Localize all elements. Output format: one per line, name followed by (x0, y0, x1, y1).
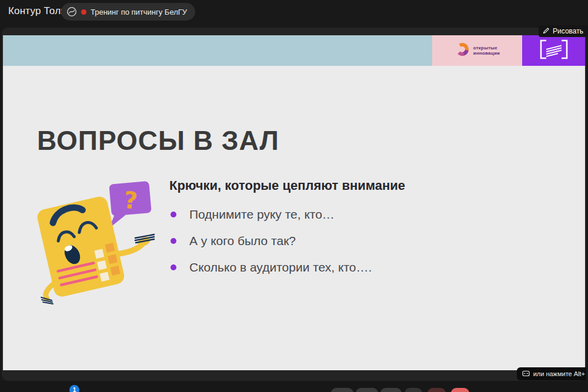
bullet-dot-icon (171, 264, 176, 270)
bullet-dot-icon (171, 212, 176, 217)
room-icon (66, 6, 77, 17)
top-bar: Контур Толк Тренинг по питчингу БелГУ (0, 0, 588, 27)
app-brand: Контур Толк (8, 5, 65, 17)
open-innovations-wordmark: открытые инновации (473, 45, 500, 56)
notification-badge[interactable]: 1 (69, 385, 79, 392)
bottom-toolbar (0, 381, 588, 392)
toolbar-button[interactable] (405, 388, 422, 392)
bullet-item: Сколько в аудитории тех, кто…. (171, 259, 372, 276)
open-innovations-icon (455, 42, 470, 59)
keyboard-shortcut-icon (522, 370, 530, 378)
room-title: Тренинг по питчингу БелГУ (91, 8, 187, 16)
leave-call-button[interactable] (451, 388, 469, 392)
pencil-icon (543, 27, 550, 36)
bullet-dot-icon (171, 238, 176, 244)
brackets-logo-icon (537, 38, 571, 63)
open-innovations-logo: открытые инновации (432, 35, 522, 66)
shortcut-hint: или нажмите Alt+ (517, 367, 586, 380)
toolbar-button[interactable] (356, 388, 378, 392)
slide-bullet-list: Поднимите руку те, кто… А у кого было та… (171, 206, 372, 286)
recording-indicator-icon (81, 9, 86, 15)
shortcut-hint-label: или нажмите Alt+ (533, 370, 585, 377)
bullet-item: А у кого было так? (171, 233, 372, 249)
toolbar-button[interactable] (331, 388, 353, 392)
paper-character-illustration: ? (24, 178, 162, 307)
app-window: Контур Толк Тренинг по питчингу БелГУ Ри… (0, 0, 588, 392)
room-pill[interactable]: Тренинг по питчингу БелГУ (61, 3, 195, 21)
bullet-item: Поднимите руку те, кто… (171, 206, 372, 223)
slide-subtitle: Крючки, которые цепляют внимание (169, 178, 405, 193)
toolbar-button[interactable] (380, 388, 402, 392)
screen-share-panel: Рисовать открытые инновации (2, 28, 586, 381)
slide-title: ВОПРОСЫ В ЗАЛ (37, 125, 279, 156)
university-platform-logo (522, 35, 585, 66)
svg-text:?: ? (123, 186, 139, 215)
toolbar-button-muted[interactable] (427, 388, 446, 392)
draw-button-label: Рисовать (553, 27, 583, 35)
draw-button[interactable]: Рисовать (539, 25, 588, 37)
presentation-slide: открытые инновации (3, 35, 585, 370)
